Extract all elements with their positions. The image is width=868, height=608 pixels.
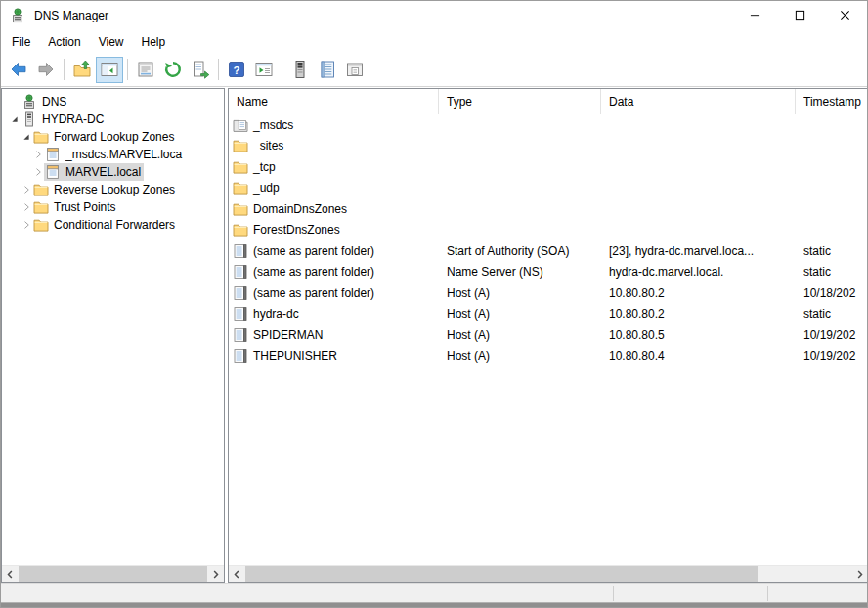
minimize-button[interactable] bbox=[732, 1, 777, 30]
server-icon bbox=[22, 111, 37, 127]
chevron-collapsed-icon[interactable] bbox=[20, 218, 32, 232]
table-row[interactable]: DomainDnsZones bbox=[229, 198, 868, 220]
table-row[interactable]: (same as parent folder)Start of Authorit… bbox=[229, 240, 868, 262]
list-column-headers: NameTypeDataTimestamp bbox=[229, 89, 868, 114]
scroll-left-icon[interactable] bbox=[2, 566, 19, 583]
tree-item-content[interactable]: Trust Points bbox=[32, 198, 119, 216]
refresh-icon[interactable] bbox=[159, 57, 187, 83]
tree-item-content[interactable]: Conditional Forwarders bbox=[32, 216, 178, 234]
address-book-icon[interactable] bbox=[314, 57, 341, 83]
tree-item-reverse-lookup-zones[interactable]: Reverse Lookup Zones bbox=[2, 181, 224, 198]
table-row[interactable]: (same as parent folder)Name Server (NS)h… bbox=[229, 262, 868, 283]
scroll-left-icon[interactable] bbox=[229, 566, 245, 583]
chevron-collapsed-icon[interactable] bbox=[20, 200, 32, 214]
menu-file[interactable]: File bbox=[3, 32, 39, 52]
row-data: hydra-dc.marvel.local. bbox=[601, 265, 796, 279]
row-name: SPIDERMAN bbox=[253, 328, 323, 342]
row-name: _udp bbox=[253, 181, 280, 195]
tree-item-forward-lookup-zones[interactable]: Forward Lookup Zones bbox=[2, 128, 224, 146]
tree-item-conditional-forwarders[interactable]: Conditional Forwarders bbox=[2, 216, 224, 234]
row-name: DomainDnsZones bbox=[253, 202, 347, 216]
export-list-icon[interactable] bbox=[187, 57, 214, 83]
help-icon[interactable]: ? bbox=[223, 57, 250, 83]
row-name-cell: _msdcs bbox=[229, 117, 439, 133]
column-header-timestamp[interactable]: Timestamp bbox=[796, 89, 868, 114]
table-row[interactable]: _tcp bbox=[229, 156, 868, 178]
row-data: 10.80.80.2 bbox=[601, 286, 796, 300]
tree-item-content[interactable]: DNS bbox=[21, 93, 69, 110]
tree-item-content[interactable]: Reverse Lookup Zones bbox=[32, 181, 178, 198]
table-row[interactable]: hydra-dcHost (A)10.80.80.2static bbox=[229, 304, 868, 326]
chevron-expanded-icon[interactable] bbox=[20, 130, 32, 144]
toolbar-separator bbox=[282, 59, 282, 80]
chevron-collapsed-icon[interactable] bbox=[31, 148, 44, 161]
table-row[interactable]: _msdcs bbox=[229, 114, 868, 136]
column-header-type[interactable]: Type bbox=[439, 89, 601, 114]
tree-item-label: HYDRA-DC bbox=[42, 112, 104, 126]
svg-text:?: ? bbox=[233, 65, 239, 76]
column-header-name[interactable]: Name bbox=[229, 89, 439, 114]
scrollbar-thumb[interactable] bbox=[19, 566, 207, 583]
row-name-cell: SPIDERMAN bbox=[229, 327, 439, 343]
row-timestamp: static bbox=[796, 265, 868, 279]
tree-horizontal-scrollbar[interactable] bbox=[2, 565, 224, 582]
tree-item-content[interactable]: HYDRA-DC bbox=[21, 110, 107, 128]
record-icon bbox=[233, 306, 248, 322]
row-type: Start of Authority (SOA) bbox=[439, 244, 601, 258]
tree-item-label: Forward Lookup Zones bbox=[54, 130, 174, 144]
window-bottom-edge bbox=[1, 602, 867, 607]
window-clipboard-icon[interactable] bbox=[341, 57, 369, 83]
menu-bar: FileActionViewHelp bbox=[1, 30, 867, 53]
column-header-data[interactable]: Data bbox=[601, 89, 796, 114]
status-separator bbox=[613, 586, 614, 601]
row-name-cell: hydra-dc bbox=[229, 306, 439, 322]
menu-help[interactable]: Help bbox=[133, 32, 175, 52]
records-list: _msdcs_sites_tcp_udpDomainDnsZonesForest… bbox=[229, 114, 868, 367]
chevron-collapsed-icon[interactable] bbox=[31, 165, 44, 179]
status-bar bbox=[1, 583, 867, 604]
table-row[interactable]: ForestDnsZones bbox=[229, 220, 868, 241]
maximize-button[interactable] bbox=[777, 1, 822, 30]
tree-item-trust-points[interactable]: Trust Points bbox=[2, 198, 224, 216]
console-tree: DNSHYDRA-DCForward Lookup Zones_msdcs.MA… bbox=[2, 89, 224, 234]
new-window-icon[interactable] bbox=[250, 57, 278, 83]
table-row[interactable]: (same as parent folder)Host (A)10.80.80.… bbox=[229, 282, 868, 304]
menu-action[interactable]: Action bbox=[39, 32, 89, 52]
show-console-tree-icon[interactable] bbox=[96, 57, 123, 83]
row-name-cell: THEPUNISHER bbox=[229, 348, 439, 364]
server-icon[interactable] bbox=[286, 57, 314, 83]
up-one-level-icon[interactable] bbox=[68, 57, 96, 83]
forward-icon[interactable] bbox=[32, 57, 60, 83]
table-row[interactable]: THEPUNISHERHost (A)10.80.80.410/19/202 bbox=[229, 346, 868, 368]
tree-item-content[interactable]: _msdcs.MARVEL.loca bbox=[44, 146, 185, 163]
properties-icon[interactable] bbox=[132, 57, 159, 83]
table-row[interactable]: _udp bbox=[229, 178, 868, 199]
back-icon[interactable] bbox=[5, 57, 32, 83]
scroll-right-icon[interactable] bbox=[851, 566, 868, 583]
window-controls bbox=[732, 1, 867, 30]
main-area: DNSHYDRA-DCForward Lookup Zones_msdcs.MA… bbox=[1, 88, 868, 583]
row-timestamp: 10/19/202 bbox=[796, 328, 868, 342]
tree-item-content[interactable]: Forward Lookup Zones bbox=[32, 128, 177, 146]
tree-item-marvel-local[interactable]: MARVEL.local bbox=[2, 163, 224, 181]
row-name-cell: _tcp bbox=[229, 159, 439, 175]
tree-item-content[interactable]: MARVEL.local bbox=[44, 163, 144, 181]
tree-item-hydra-dc[interactable]: HYDRA-DC bbox=[2, 110, 224, 128]
row-type: Host (A) bbox=[439, 307, 601, 321]
list-horizontal-scrollbar[interactable] bbox=[229, 565, 868, 582]
chevron-expanded-icon[interactable] bbox=[8, 112, 21, 126]
chevron-collapsed-icon[interactable] bbox=[20, 183, 32, 196]
toolbar-separator bbox=[218, 59, 219, 80]
tree-item-msdcs-marvel-loca[interactable]: _msdcs.MARVEL.loca bbox=[2, 146, 224, 163]
close-button[interactable] bbox=[822, 1, 867, 30]
tree-item-dns[interactable]: DNS bbox=[2, 93, 224, 110]
table-row[interactable]: SPIDERMANHost (A)10.80.80.510/19/202 bbox=[229, 325, 868, 346]
toolbar: ? bbox=[1, 53, 867, 87]
row-timestamp: static bbox=[796, 244, 868, 258]
row-timestamp: 10/19/202 bbox=[796, 349, 868, 363]
table-row[interactable]: _sites bbox=[229, 136, 868, 157]
scroll-right-icon[interactable] bbox=[207, 566, 224, 583]
zone-icon bbox=[45, 147, 61, 162]
scrollbar-thumb[interactable] bbox=[245, 566, 758, 583]
menu-view[interactable]: View bbox=[90, 32, 133, 52]
